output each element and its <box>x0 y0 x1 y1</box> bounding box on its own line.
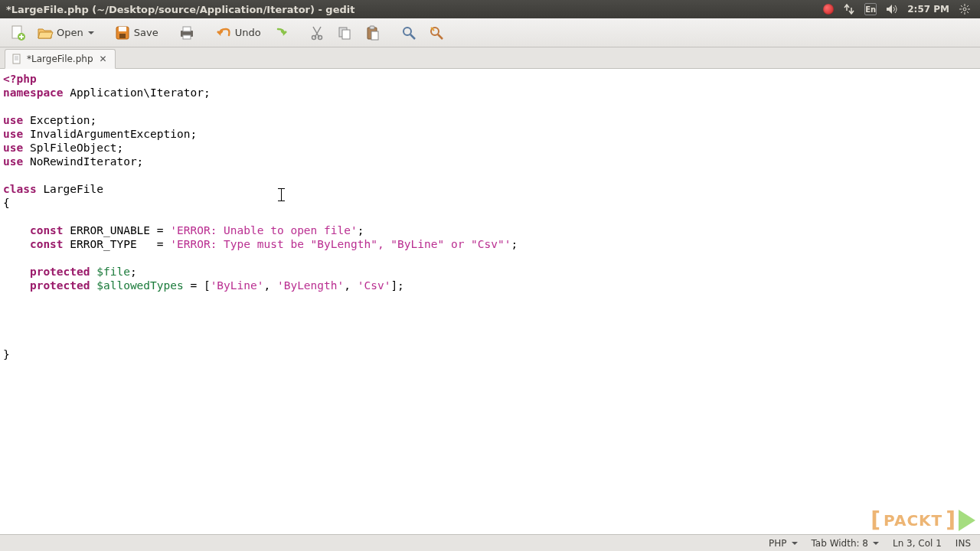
code-text: use <box>3 114 23 126</box>
svg-rect-7 <box>183 27 191 31</box>
tab-close-button[interactable]: ✕ <box>98 54 109 64</box>
code-text: LargeFile <box>37 183 103 195</box>
code-text: 'ByLine' <box>211 279 264 292</box>
file-icon <box>11 54 22 64</box>
save-button[interactable]: Save <box>109 22 163 44</box>
svg-rect-15 <box>371 31 378 40</box>
code-text: const <box>30 238 64 250</box>
code-text: $file <box>90 266 130 278</box>
code-text: ]; <box>390 279 403 292</box>
volume-icon[interactable] <box>886 3 898 15</box>
open-label: Open <box>57 27 83 38</box>
code-text: protected <box>30 279 90 292</box>
code-text: 'ERROR: Type must be "ByLength", "ByLine… <box>170 238 511 250</box>
paste-icon <box>364 24 381 41</box>
code-text: 'ByLength' <box>277 279 344 292</box>
system-tray: En 2:57 PM <box>823 3 974 15</box>
svg-point-9 <box>312 35 315 39</box>
code-text: , <box>263 279 276 292</box>
network-icon[interactable] <box>843 3 855 15</box>
open-button[interactable]: Open <box>32 22 99 44</box>
cursor-position: Ln 3, Col 1 <box>893 538 942 549</box>
paste-button[interactable] <box>359 22 385 44</box>
redo-icon <box>272 24 289 41</box>
save-label: Save <box>134 27 158 38</box>
search-icon <box>400 24 417 41</box>
status-bar: PHP Tab Width: 8 Ln 3, Col 1 INS <box>0 534 980 551</box>
code-text: = [ <box>184 279 211 292</box>
settings-gear-icon[interactable] <box>959 3 971 15</box>
language-label: PHP <box>769 538 787 549</box>
insert-mode[interactable]: INS <box>956 538 971 549</box>
chevron-down-icon <box>873 542 879 545</box>
language-selector[interactable]: PHP <box>769 538 798 549</box>
code-text: 'Csv' <box>358 279 391 292</box>
code-editor[interactable]: <?php namespace Application\Iterator; us… <box>0 69 980 534</box>
copy-button[interactable] <box>332 22 358 44</box>
code-text: protected <box>30 266 90 278</box>
code-text: ; <box>130 266 137 278</box>
new-file-button[interactable] <box>5 22 31 44</box>
code-text: NoRewindIterator; <box>23 155 143 168</box>
undo-button[interactable]: Undo <box>211 22 266 44</box>
svg-rect-14 <box>370 26 374 29</box>
code-text: Exception; <box>23 114 96 126</box>
code-text: 'ERROR: Unable to open file' <box>170 224 357 236</box>
code-text: use <box>3 155 23 168</box>
code-text: ERROR_TYPE = <box>64 238 171 250</box>
open-dropdown-icon <box>88 31 94 34</box>
new-file-icon <box>9 24 26 41</box>
code-text: <?php <box>3 73 37 85</box>
print-icon <box>178 24 195 41</box>
position-label: Ln 3, Col 1 <box>893 538 942 549</box>
code-text: , <box>344 279 357 292</box>
svg-rect-8 <box>183 35 191 39</box>
find-replace-button[interactable] <box>423 22 449 44</box>
svg-point-0 <box>963 8 966 11</box>
insert-mode-label: INS <box>956 538 971 549</box>
main-toolbar: Open Save Undo <box>0 18 980 47</box>
code-text: Application\Iterator; <box>64 86 211 99</box>
cut-icon <box>309 24 325 41</box>
code-text: use <box>3 128 23 140</box>
record-indicator-icon[interactable] <box>823 4 834 15</box>
code-text: ERROR_UNABLE = <box>64 224 171 236</box>
document-tabbar: *LargeFile.php ✕ <box>0 47 980 69</box>
clock[interactable]: 2:57 PM <box>907 4 949 15</box>
open-folder-icon <box>37 24 54 41</box>
code-text: { <box>3 197 10 209</box>
svg-rect-18 <box>13 54 20 64</box>
code-text: InvalidArgumentException; <box>23 128 197 140</box>
tabwidth-label: Tab Width: 8 <box>812 538 868 549</box>
find-replace-icon <box>428 24 445 41</box>
chevron-down-icon <box>792 542 798 545</box>
tab-label: *LargeFile.php <box>27 54 93 64</box>
code-text: ; <box>511 238 518 250</box>
undo-icon <box>215 24 232 41</box>
code-text: SplFileObject; <box>23 142 123 154</box>
text-cursor-icon <box>278 188 285 201</box>
code-text: use <box>3 142 23 154</box>
window-title: *LargeFile.php (~/Desktop/source/Applica… <box>6 4 823 15</box>
code-text: } <box>3 348 10 360</box>
code-text: class <box>3 183 37 195</box>
cut-button[interactable] <box>304 22 330 44</box>
redo-button[interactable] <box>267 22 293 44</box>
svg-rect-5 <box>119 34 126 38</box>
code-text: $allowedTypes <box>90 279 184 292</box>
code-text: namespace <box>3 86 64 99</box>
svg-point-16 <box>403 28 411 35</box>
keyboard-layout-icon[interactable]: En <box>864 3 877 15</box>
window-titlebar: *LargeFile.php (~/Desktop/source/Applica… <box>0 0 980 18</box>
find-button[interactable] <box>396 22 422 44</box>
undo-label: Undo <box>235 27 261 38</box>
svg-rect-4 <box>119 27 126 31</box>
save-icon <box>114 24 131 41</box>
code-text: ; <box>358 224 364 236</box>
svg-rect-12 <box>342 30 350 39</box>
copy-icon <box>336 24 353 41</box>
print-button[interactable] <box>174 22 200 44</box>
document-tab[interactable]: *LargeFile.php ✕ <box>5 49 116 69</box>
tabwidth-selector[interactable]: Tab Width: 8 <box>812 538 879 549</box>
svg-point-10 <box>318 35 322 39</box>
